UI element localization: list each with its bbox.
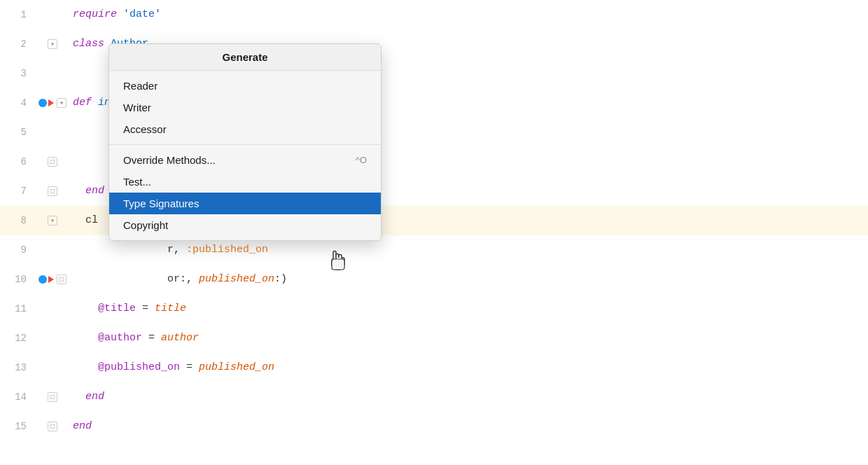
line-number-10: 10 <box>0 265 35 294</box>
line-content-15: end <box>70 412 868 441</box>
line-number-2: 2 <box>0 29 35 59</box>
gutter-14[interactable]: □ <box>35 392 70 402</box>
menu-section-2: Override Methods... ^O Test... Type Sign… <box>109 145 381 240</box>
gutter-2[interactable]: ▾ <box>35 39 70 49</box>
code-line-10: 10 □ or:, published_on:) <box>0 265 868 294</box>
line-content-13: @published_on = published_on <box>70 353 868 382</box>
context-menu-overlay: Generate Reader Writer Accessor <box>108 43 382 241</box>
code-editor: 1 require 'date' 2 ▾ class Author 3 4 <box>0 0 868 465</box>
fold-icon-14[interactable]: □ <box>48 392 57 402</box>
menu-header: Generate <box>109 44 381 71</box>
line-content-1: require 'date' <box>70 0 868 29</box>
line-number-1: 1 <box>0 0 35 29</box>
gutter-15[interactable]: □ <box>35 422 70 431</box>
fold-icon-10[interactable]: □ <box>57 275 66 284</box>
menu-section-1: Reader Writer Accessor <box>109 71 381 145</box>
fold-icon-15[interactable]: □ <box>48 422 57 431</box>
line-content-11: @title = title <box>70 294 868 324</box>
line-number-3: 3 <box>0 59 35 88</box>
line-number-12: 12 <box>0 324 35 353</box>
menu-item-writer[interactable]: Writer <box>109 97 381 118</box>
code-line-11: 11 @title = title <box>0 294 868 324</box>
line-content-14: end <box>70 382 868 412</box>
line-number-11: 11 <box>0 294 35 324</box>
line-number-13: 13 <box>0 353 35 382</box>
line-number-8: 8 <box>0 206 35 235</box>
menu-item-override[interactable]: Override Methods... ^O <box>109 149 381 171</box>
menu-item-test-label: Test... <box>123 176 151 188</box>
fold-icon-8[interactable]: ▾ <box>48 216 57 225</box>
menu-item-accessor[interactable]: Accessor <box>109 118 381 140</box>
gutter-10[interactable]: □ <box>35 275 70 284</box>
fold-icon-6[interactable]: □ <box>48 157 57 167</box>
menu-item-test[interactable]: Test... <box>109 171 381 193</box>
gutter-4[interactable]: ▾ <box>35 98 70 108</box>
code-line-15: 15 □ end <box>0 412 868 441</box>
menu-item-accessor-label: Accessor <box>123 123 167 135</box>
breakpoint-4[interactable] <box>38 99 54 107</box>
gutter-8[interactable]: ▾ <box>35 216 70 225</box>
gutter-7[interactable]: □ <box>35 186 70 196</box>
line-number-6: 6 <box>0 147 35 176</box>
menu-item-copyright-label: Copyright <box>123 219 168 231</box>
fold-icon-7[interactable]: □ <box>48 186 57 196</box>
code-line-12: 12 @author = author <box>0 324 868 353</box>
fold-icon-2[interactable]: ▾ <box>48 39 57 49</box>
gutter-6[interactable]: □ <box>35 157 70 167</box>
line-number-15: 15 <box>0 412 35 441</box>
menu-item-override-shortcut: ^O <box>356 155 367 165</box>
line-number-7: 7 <box>0 176 35 206</box>
code-area: 1 require 'date' 2 ▾ class Author 3 4 <box>0 0 868 465</box>
menu-item-type-signatures-label: Type Signatures <box>123 197 199 209</box>
line-number-9: 9 <box>0 235 35 265</box>
code-line-14: 14 □ end <box>0 382 868 412</box>
code-line-1: 1 require 'date' <box>0 0 868 29</box>
menu-item-writer-label: Writer <box>123 102 151 113</box>
menu-item-reader[interactable]: Reader <box>109 75 381 97</box>
line-content-12: @author = author <box>70 324 868 353</box>
menu-item-copyright[interactable]: Copyright <box>109 214 381 236</box>
line-number-4: 4 <box>0 88 35 118</box>
menu-item-reader-label: Reader <box>123 80 158 92</box>
fold-icon-4[interactable]: ▾ <box>57 98 66 108</box>
menu-item-type-signatures[interactable]: Type Signatures <box>109 193 381 214</box>
context-menu: Generate Reader Writer Accessor <box>108 43 382 241</box>
line-content-10: or:, published_on:) <box>70 265 868 294</box>
code-line-13: 13 @published_on = published_on <box>0 353 868 382</box>
line-number-5: 5 <box>0 118 35 147</box>
line-number-14: 14 <box>0 382 35 412</box>
menu-item-override-label: Override Methods... <box>123 154 216 166</box>
